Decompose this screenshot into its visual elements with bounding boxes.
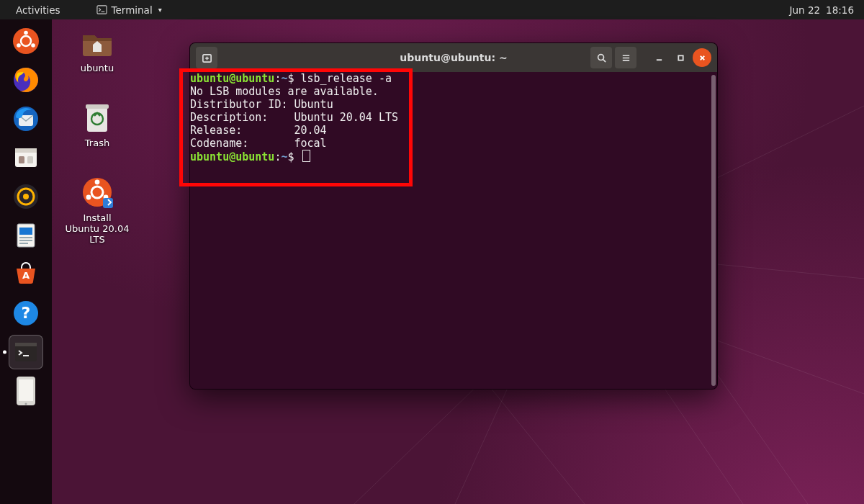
new-tab-icon — [202, 53, 212, 63]
rhythmbox-icon — [12, 182, 40, 211]
maximize-button[interactable] — [671, 48, 690, 67]
svg-point-35 — [24, 402, 27, 405]
desktop-icon-label: Install Ubuntu 20.04 LTS — [65, 212, 130, 245]
close-icon — [698, 54, 706, 62]
minimize-button[interactable] — [649, 48, 668, 67]
svg-rect-21 — [19, 156, 24, 163]
terminal-window: ubuntu@ubuntu: ~ ubuntu@ubuntu:~$ lsb_re… — [189, 42, 718, 390]
trash-icon — [80, 100, 114, 135]
hamburger-icon — [621, 53, 631, 63]
search-button[interactable] — [590, 47, 612, 68]
app-menu-button[interactable]: Terminal ▾ — [89, 1, 169, 19]
svg-rect-38 — [678, 55, 683, 60]
dock-thunderbird[interactable] — [9, 102, 43, 136]
svg-text:A: A — [22, 270, 30, 281]
activities-button[interactable]: Activities — [9, 1, 68, 19]
ubuntu-install-icon — [80, 175, 114, 210]
dock-rhythmbox[interactable] — [9, 179, 43, 214]
maximize-icon — [677, 54, 685, 62]
scrollbar[interactable] — [711, 75, 716, 386]
thunderbird-icon — [12, 104, 40, 133]
desktop-icon-install[interactable]: Install Ubuntu 20.04 LTS — [65, 175, 130, 245]
dock: A ? — [0, 19, 52, 504]
new-tab-button[interactable] — [196, 47, 217, 68]
dock-help[interactable]: ? — [9, 296, 43, 330]
svg-point-10 — [86, 195, 91, 200]
svg-point-16 — [17, 43, 21, 48]
date-label: Jun 22 — [790, 4, 821, 16]
dock-terminal[interactable] — [9, 335, 43, 369]
svg-rect-22 — [27, 156, 33, 163]
help-icon: ? — [12, 299, 40, 328]
search-icon — [596, 53, 607, 63]
terminal-icon — [96, 4, 107, 15]
time-label: 18:16 — [826, 4, 854, 16]
svg-text:?: ? — [22, 304, 31, 322]
dock-writer[interactable] — [9, 218, 43, 253]
svg-rect-20 — [15, 148, 37, 153]
terminal-viewport[interactable]: ubuntu@ubuntu:~$ lsb_release -a No LSB m… — [190, 72, 717, 389]
svg-rect-0 — [97, 6, 107, 14]
terminal-icon — [12, 338, 40, 366]
svg-rect-5 — [86, 104, 109, 109]
folder-home-icon — [80, 25, 114, 60]
dock-software[interactable]: A — [9, 257, 43, 292]
firefox-icon — [12, 66, 40, 94]
dock-files[interactable] — [9, 140, 43, 175]
svg-point-25 — [23, 194, 29, 199]
libreoffice-writer-icon — [12, 221, 40, 250]
dock-firefox[interactable] — [9, 63, 43, 97]
svg-point-37 — [598, 54, 603, 60]
desktop-icon-home[interactable]: ubuntu — [65, 25, 130, 73]
files-icon — [12, 143, 40, 172]
menu-button[interactable] — [615, 47, 636, 68]
clock-area[interactable]: Jun 22 18:16 — [790, 4, 864, 16]
dock-ubuntu-logo[interactable] — [9, 24, 43, 58]
dock-phone[interactable] — [9, 374, 43, 408]
svg-point-15 — [31, 43, 35, 48]
ubuntu-logo-icon — [12, 27, 40, 55]
top-bar: Activities Terminal ▾ Jun 22 18:16 — [0, 0, 864, 19]
phone-icon — [14, 375, 38, 407]
svg-rect-34 — [19, 379, 33, 401]
svg-rect-27 — [19, 228, 32, 235]
close-button[interactable] — [693, 48, 711, 67]
minimize-icon — [655, 54, 663, 62]
terminal-output: ubuntu@ubuntu:~$ lsb_release -a No LSB m… — [190, 72, 717, 163]
desktop-icon-trash[interactable]: Trash — [65, 100, 130, 148]
svg-rect-4 — [87, 107, 107, 132]
ubuntu-software-icon: A — [12, 260, 40, 289]
cursor — [302, 150, 310, 162]
app-menu-label: Terminal — [112, 4, 153, 16]
desktop-icon-label: ubuntu — [81, 63, 114, 73]
svg-rect-32 — [15, 343, 37, 346]
chevron-down-icon: ▾ — [158, 6, 162, 14]
desktop-icon-label: Trash — [85, 138, 109, 148]
window-titlebar[interactable]: ubuntu@ubuntu: ~ — [190, 43, 717, 72]
svg-point-14 — [24, 31, 28, 35]
svg-point-8 — [95, 180, 100, 185]
